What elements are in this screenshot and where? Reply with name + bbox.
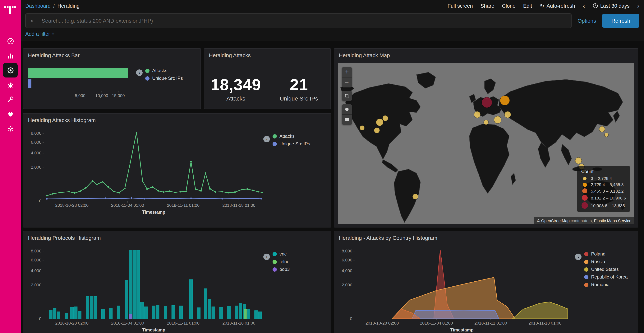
svg-text:2018-11-18 01:00: 2018-11-18 01:00 xyxy=(528,321,562,325)
refresh-button[interactable]: Refresh xyxy=(602,14,640,28)
panel-title[interactable]: Heralding - Attacks by Country Histogram xyxy=(334,231,638,242)
attack-marker[interactable] xyxy=(504,111,511,118)
map-legend-title: Count xyxy=(581,169,626,174)
top-nav-bar: Dashboard / Heralding Full screen Share … xyxy=(21,0,644,12)
legend-toggle-icon[interactable]: › xyxy=(263,136,270,142)
svg-text:Timestamp: Timestamp xyxy=(142,327,165,332)
attack-marker[interactable] xyxy=(382,116,388,121)
map-polygon-tool[interactable] xyxy=(342,104,352,115)
legend-item-republic-of-korea[interactable]: Republic of Korea xyxy=(584,274,628,280)
attack-marker[interactable] xyxy=(484,120,488,125)
edit-button[interactable]: Edit xyxy=(523,3,532,9)
legend-item-unique-src-ips[interactable]: Unique Src IPs xyxy=(272,141,310,147)
svg-text:10,000: 10,000 xyxy=(95,93,108,98)
protocols_histogram-svg[interactable]: 02,0004,0006,0008,0002018-10-28 02:00201… xyxy=(25,245,266,333)
sidebar-nav xyxy=(0,34,21,136)
svg-text:2,000: 2,000 xyxy=(31,282,42,287)
map-legend-row: 8,182.2 – 10,908.6 xyxy=(581,195,626,201)
country-histogram-chart[interactable]: 02,0004,0006,0008,0002018-10-28 02:00201… xyxy=(336,245,572,333)
legend-item-unique-src-ips[interactable]: Unique Src IPs xyxy=(145,76,183,81)
legend-label: Republic of Korea xyxy=(591,274,628,280)
panel-title[interactable]: Heralding Attacks Bar xyxy=(24,49,200,60)
search-box[interactable]: >_ xyxy=(25,14,571,28)
attack-marker[interactable] xyxy=(360,125,364,130)
osm-attribution[interactable]: © OpenStreetMap xyxy=(537,218,570,223)
map-fit-data-button[interactable] xyxy=(342,91,352,101)
svg-text:6,000: 6,000 xyxy=(342,258,352,262)
map-zoom-out-button[interactable]: − xyxy=(342,78,352,88)
legend-item-romania[interactable]: Romania xyxy=(584,282,628,287)
attack-map[interactable]: + − xyxy=(338,63,634,224)
attack-marker[interactable] xyxy=(494,116,502,124)
attack-marker[interactable] xyxy=(376,119,383,126)
legend-label: Romania xyxy=(591,282,610,287)
sidebar-item-tools[interactable] xyxy=(3,92,18,107)
legend-item-poland[interactable]: Poland xyxy=(584,251,628,257)
panel-heralding-protocols-histogram: Heralding Protocols Histogram 02,0004,00… xyxy=(23,231,331,333)
attack-marker[interactable] xyxy=(604,133,608,137)
attacks_histogram-svg[interactable]: 02,0004,0006,0008,0002018-10-28 02:00201… xyxy=(25,127,266,219)
attack-marker[interactable] xyxy=(374,128,380,133)
share-button[interactable]: Share xyxy=(480,3,494,9)
panel-title[interactable]: Heralding Attacks xyxy=(204,49,330,60)
legend-item-attacks[interactable]: Attacks xyxy=(145,68,183,73)
sidebar-item-dashboard[interactable] xyxy=(3,34,18,48)
map-zoom-in-button[interactable]: + xyxy=(342,67,352,78)
svg-text:8,000: 8,000 xyxy=(31,131,42,136)
legend-toggle-icon[interactable]: › xyxy=(136,70,142,76)
legend-item-pop3[interactable]: pop3 xyxy=(272,267,291,272)
attack-marker[interactable] xyxy=(599,126,605,132)
sidebar-item-heralding[interactable] xyxy=(3,63,18,78)
attack-marker[interactable] xyxy=(474,111,480,118)
sidebar-item-honeypot[interactable] xyxy=(3,78,18,92)
plus-icon: + xyxy=(52,31,55,37)
sidebar-item-health[interactable] xyxy=(3,107,18,121)
legend-toggle-icon[interactable]: › xyxy=(263,254,270,260)
time-range-button[interactable]: Last 30 days xyxy=(593,3,630,9)
sidebar-item-settings[interactable] xyxy=(3,121,18,136)
legend-label: Russia xyxy=(591,259,605,264)
legend-item-vnc[interactable]: vnc xyxy=(272,251,291,257)
legend-dot xyxy=(145,76,150,80)
full-screen-button[interactable]: Full screen xyxy=(448,3,473,9)
panel-title[interactable]: Heralding Attack Map xyxy=(334,49,638,60)
legend-dot xyxy=(584,252,588,256)
breadcrumb-dashboard-link[interactable]: Dashboard xyxy=(25,3,50,9)
legend-item-russia[interactable]: Russia xyxy=(584,259,628,264)
legend-item-united-states[interactable]: United States xyxy=(584,267,628,272)
telekom-logo[interactable] xyxy=(4,3,17,17)
country_histogram-svg[interactable]: 02,0004,0006,0008,0002018-10-28 02:00201… xyxy=(336,245,572,333)
panel-title[interactable]: Heralding Protocols Histogram xyxy=(24,231,331,242)
svg-text:2018-10-28 02:00: 2018-10-28 02:00 xyxy=(366,321,399,325)
panel-title[interactable]: Heralding Attacks Histogram xyxy=(24,114,331,124)
bar-chart-icon xyxy=(7,52,14,59)
legend-item-telnet[interactable]: telnet xyxy=(272,259,291,264)
time-forward-button[interactable]: › xyxy=(637,3,640,9)
attack-marker[interactable] xyxy=(500,96,510,105)
gauge-icon xyxy=(7,38,14,45)
clone-button[interactable]: Clone xyxy=(502,3,516,9)
add-filter-button[interactable]: Add a filter + xyxy=(25,31,54,37)
attacks-histogram-legend: AttacksUnique Src IPs xyxy=(272,134,310,147)
elastic-maps-attribution[interactable]: Elastic Maps Service xyxy=(594,218,631,223)
map-rectangle-tool[interactable] xyxy=(342,115,352,125)
attack-marker[interactable] xyxy=(412,194,418,199)
legend-item-attacks[interactable]: Attacks xyxy=(272,134,310,139)
attacks-bar-chart[interactable]: 5,00010,00015,000 xyxy=(26,64,135,102)
search-input[interactable] xyxy=(41,17,566,24)
attack-marker[interactable] xyxy=(575,157,582,164)
time-back-button[interactable]: ‹ xyxy=(583,3,585,9)
sidebar-item-visualize[interactable] xyxy=(3,48,18,63)
attacks-histogram-chart[interactable]: 02,0004,0006,0008,0002018-10-28 02:00201… xyxy=(25,127,266,221)
attack-marker[interactable] xyxy=(482,97,492,108)
svg-text:Timestamp: Timestamp xyxy=(450,327,474,332)
metric-group: 18,349 Attacks 21 Unique Src IPs xyxy=(204,60,330,102)
protocols-histogram-chart[interactable]: 02,0004,0006,0008,0002018-10-28 02:00201… xyxy=(25,245,266,333)
legend-label: vnc xyxy=(280,251,286,257)
attacks_bar-svg[interactable]: 5,00010,00015,000 xyxy=(26,64,135,101)
map-attribution: © OpenStreetMap contributors, Elastic Ma… xyxy=(534,217,634,224)
auto-refresh-button[interactable]: ↻ Auto-refresh xyxy=(540,3,575,9)
options-link[interactable]: Options xyxy=(578,18,596,24)
map-legend-row: 10,908.6 – 13,635 xyxy=(581,202,626,209)
legend-toggle-icon[interactable]: › xyxy=(575,254,582,260)
